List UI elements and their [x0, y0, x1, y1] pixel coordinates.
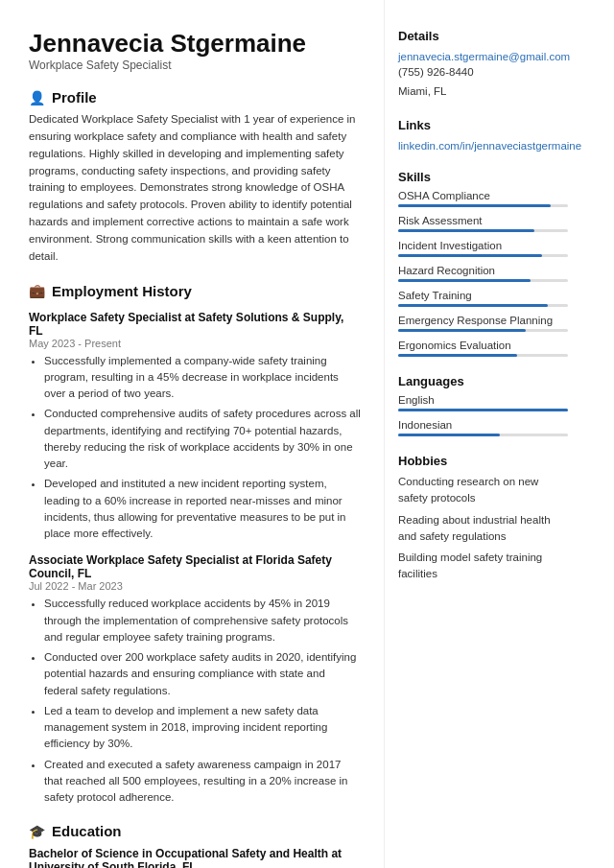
languages-list: EnglishIndonesian	[398, 394, 568, 436]
skill-item-5: Emergency Response Planning	[398, 315, 568, 332]
job-date-0: May 2023 - Present	[29, 338, 361, 349]
job-title-0: Workplace Safety Specialist at Safety So…	[29, 311, 361, 338]
lang-item-0: English	[398, 394, 568, 411]
skill-bar-bg-4	[398, 304, 568, 307]
bullet-1-3: Created and executed a safety awareness …	[44, 757, 361, 807]
links-list: linkedin.com/in/jennaveciastgermaine	[398, 138, 568, 152]
skill-item-1: Risk Assessment	[398, 215, 568, 232]
skills-section-title: Skills	[398, 170, 568, 184]
skill-bar-fill-2	[398, 254, 542, 257]
skill-bar-fill-0	[398, 204, 551, 207]
employment-label: Employment History	[52, 283, 192, 299]
details-section-title: Details	[398, 29, 568, 43]
bullet-0-2: Developed and instituted a new incident …	[44, 476, 361, 542]
employment-section-header: 💼 Employment History	[29, 283, 361, 299]
skill-name-1: Risk Assessment	[398, 215, 568, 226]
full-name: Jennavecia Stgermaine	[29, 29, 361, 59]
skill-bar-bg-0	[398, 204, 568, 207]
lang-name-0: English	[398, 394, 568, 406]
location-text: Miami, FL	[398, 82, 568, 102]
skill-bar-bg-6	[398, 354, 568, 357]
skill-bar-bg-2	[398, 254, 568, 257]
lang-bar-bg-1	[398, 434, 568, 436]
job-item-1: Associate Workplace Safety Specialist at…	[29, 553, 361, 806]
skill-bar-fill-6	[398, 354, 517, 357]
lang-bar-fill-0	[398, 409, 568, 411]
job-title-header: Workplace Safety Specialist	[29, 59, 361, 72]
skill-name-3: Hazard Recognition	[398, 265, 568, 276]
hobby-item-0: Conducting research on new safety protoc…	[398, 474, 568, 507]
link-item-0[interactable]: linkedin.com/in/jennaveciastgermaine	[398, 140, 581, 152]
job-bullets-0: Successfully implemented a company-wide …	[29, 353, 361, 543]
education-icon: 🎓	[29, 824, 45, 839]
skill-bar-fill-5	[398, 329, 526, 332]
education-label: Education	[52, 823, 122, 839]
lang-bar-bg-0	[398, 409, 568, 411]
education-section-header: 🎓 Education	[29, 823, 361, 839]
profile-label: Profile	[52, 89, 97, 106]
skill-bar-bg-5	[398, 329, 568, 332]
skill-item-3: Hazard Recognition	[398, 265, 568, 282]
skill-bar-fill-3	[398, 279, 531, 282]
skill-bar-fill-4	[398, 304, 548, 307]
skill-item-4: Safety Training	[398, 290, 568, 307]
job-title-1: Associate Workplace Safety Specialist at…	[29, 553, 361, 580]
skill-name-2: Incident Investigation	[398, 240, 568, 251]
profile-text: Dedicated Workplace Safety Specialist wi…	[29, 111, 361, 265]
skill-name-5: Emergency Response Planning	[398, 315, 568, 326]
bullet-1-2: Led a team to develop and implement a ne…	[44, 703, 361, 753]
lang-name-1: Indonesian	[398, 419, 568, 431]
skill-item-2: Incident Investigation	[398, 240, 568, 257]
skill-name-6: Ergonomics Evaluation	[398, 340, 568, 351]
links-section-title: Links	[398, 118, 568, 132]
bullet-0-1: Conducted comprehensive audits of safety…	[44, 406, 361, 472]
skill-bar-bg-1	[398, 229, 568, 232]
hobby-item-1: Reading about industrial health and safe…	[398, 512, 568, 546]
skill-bar-fill-1	[398, 229, 534, 232]
skill-item-6: Ergonomics Evaluation	[398, 340, 568, 357]
employment-icon: 💼	[29, 283, 45, 298]
bullet-1-1: Conducted over 200 workplace safety audi…	[44, 649, 361, 699]
skills-list: OSHA ComplianceRisk AssessmentIncident I…	[398, 190, 568, 357]
lang-item-1: Indonesian	[398, 419, 568, 436]
hobbies-section-title: Hobbies	[398, 454, 568, 468]
job-date-1: Jul 2022 - Mar 2023	[29, 580, 361, 592]
skill-item-0: OSHA Compliance	[398, 190, 568, 207]
hobby-item-2: Building model safety training facilitie…	[398, 550, 568, 583]
job-item-0: Workplace Safety Specialist at Safety So…	[29, 311, 361, 543]
job-bullets-1: Successfully reduced workplace accidents…	[29, 596, 361, 806]
email-link[interactable]: jennavecia.stgermaine@gmail.com	[398, 51, 570, 62]
languages-section-title: Languages	[398, 374, 568, 388]
bullet-0-0: Successfully implemented a company-wide …	[44, 353, 361, 403]
hobbies-list: Conducting research on new safety protoc…	[398, 474, 568, 583]
profile-icon: 👤	[29, 90, 45, 106]
bullet-1-0: Successfully reduced workplace accidents…	[44, 596, 361, 645]
lang-bar-fill-1	[398, 434, 500, 436]
phone-text: (755) 926-8440	[398, 63, 568, 82]
degree-title: Bachelor of Science in Occupational Safe…	[29, 847, 361, 868]
skill-name-4: Safety Training	[398, 290, 568, 301]
skill-bar-bg-3	[398, 279, 568, 282]
job-list: Workplace Safety Specialist at Safety So…	[29, 311, 361, 807]
profile-section-header: 👤 Profile	[29, 89, 361, 106]
skill-name-0: OSHA Compliance	[398, 190, 568, 201]
